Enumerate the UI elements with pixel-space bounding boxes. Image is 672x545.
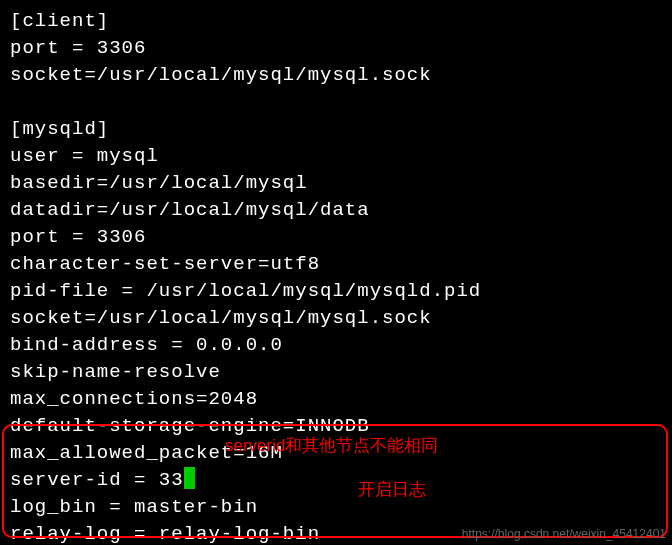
config-line: basedir=/usr/local/mysql <box>10 170 662 197</box>
config-line: pid-file = /usr/local/mysql/mysqld.pid <box>10 278 662 305</box>
config-line: port = 3306 <box>10 224 662 251</box>
config-line: skip-name-resolve <box>10 359 662 386</box>
config-line: log_bin = master-bin <box>10 494 662 521</box>
empty-line <box>10 89 662 116</box>
config-text: server-id = 33 <box>10 469 184 491</box>
config-line: user = mysql <box>10 143 662 170</box>
config-line: max_connections=2048 <box>10 386 662 413</box>
config-line: [client] <box>10 8 662 35</box>
config-line-cursor: server-id = 33 <box>10 467 662 494</box>
annotation-serverid: serverid和其他节点不能相同 <box>225 434 438 457</box>
terminal-cursor <box>184 467 195 489</box>
config-line: [mysqld] <box>10 116 662 143</box>
config-line: bind-address = 0.0.0.0 <box>10 332 662 359</box>
config-line: port = 3306 <box>10 35 662 62</box>
config-line: datadir=/usr/local/mysql/data <box>10 197 662 224</box>
annotation-log: 开启日志 <box>358 478 426 501</box>
terminal-content[interactable]: [client] port = 3306 socket=/usr/local/m… <box>10 8 662 545</box>
config-line: socket=/usr/local/mysql/mysql.sock <box>10 62 662 89</box>
config-line: socket=/usr/local/mysql/mysql.sock <box>10 305 662 332</box>
config-line: character-set-server=utf8 <box>10 251 662 278</box>
watermark-text: https://blog.csdn.net/weixin_45412401 <box>462 527 666 541</box>
